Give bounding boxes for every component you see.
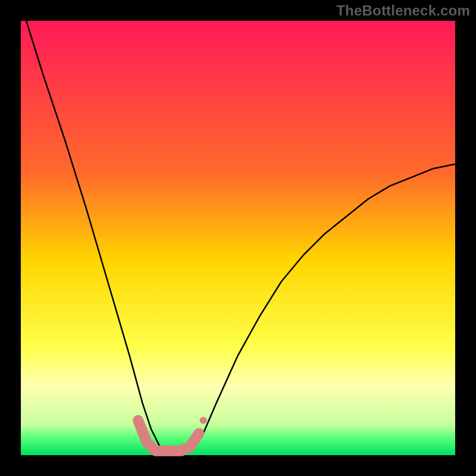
plot-background — [21, 21, 455, 455]
watermark-text: TheBottleneck.com — [336, 2, 470, 19]
optimal-dot — [200, 417, 207, 424]
annotation-layer — [200, 417, 207, 424]
chart-frame: TheBottleneck.com — [0, 0, 476, 476]
bottleneck-chart — [0, 0, 476, 476]
